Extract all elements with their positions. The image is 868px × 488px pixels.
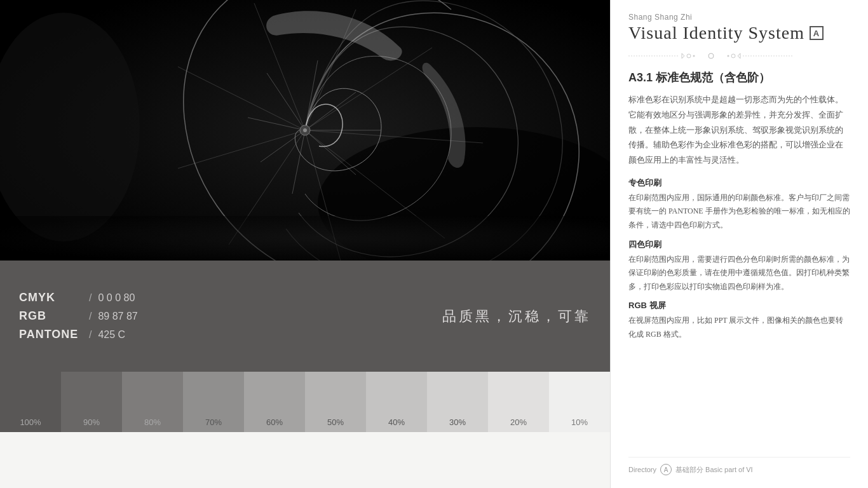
svg-point-28	[728, 55, 729, 57]
color-swatches: 100%90%80%70%60%50%40%30%20%10%	[0, 372, 610, 432]
pantone-row: PANTONE / 425 C	[19, 328, 138, 341]
rgb-separator: /	[89, 311, 92, 322]
nautilus-image	[0, 0, 610, 261]
svg-marker-30	[738, 53, 740, 58]
swatch-20: 20%	[488, 372, 549, 432]
footer-bar: Directory A 基础部分 Basic part of VI	[628, 457, 850, 475]
subsection-2: 四色印刷 在印刷范围内应用，需要进行四色分色印刷时所需的颜色标准，为保证印刷的色…	[628, 239, 850, 301]
subsection-1: 专色印刷 在印刷范围内应用，国际通用的印刷颜色标准。客户与印厂之间需要有统一的 …	[628, 177, 850, 239]
swatch-100: 100%	[0, 372, 61, 432]
brand-title: Visual Identity System A	[628, 23, 850, 43]
svg-marker-24	[682, 53, 684, 58]
intro-text: 标准色彩在识别系统中是超越一切形态而为先的个性载体。它能有效地区分与强调形象的差…	[628, 93, 850, 168]
svg-point-25	[687, 54, 691, 58]
pantone-separator: /	[89, 329, 92, 341]
cmyk-separator: /	[89, 292, 92, 304]
rgb-value: 89 87 87	[98, 311, 137, 322]
svg-point-27	[709, 53, 714, 58]
rgb-label: RGB	[19, 309, 83, 323]
rgb-row: RGB / 89 87 87	[19, 309, 138, 323]
swatch-40: 40%	[366, 372, 427, 432]
swatch-90: 90%	[61, 372, 122, 432]
svg-rect-22	[0, 216, 610, 261]
swatch-80: 80%	[122, 372, 183, 432]
subsection-2-title: 四色印刷	[628, 239, 850, 250]
svg-point-26	[693, 55, 695, 57]
subsection-3-text: 在视屏范围内应用，比如 PPT 展示文件，图像相关的颜色也要转化成 RGB 格式…	[628, 314, 850, 341]
svg-point-21	[303, 128, 307, 132]
color-tagline: 品质黑，沉稳，可靠	[442, 307, 591, 326]
swatch-60: 60%	[244, 372, 305, 432]
subsection-1-text: 在印刷范围内应用，国际通用的印刷颜色标准。客户与印厂之间需要有统一的 PANTO…	[628, 191, 850, 233]
cmyk-label: CMYK	[19, 291, 83, 304]
brand-subtitle: Shang Shang Zhi	[628, 13, 850, 22]
swatch-50: 50%	[305, 372, 366, 432]
pantone-value: 425 C	[98, 329, 125, 341]
subsection-3-title: RGB 视屏	[628, 300, 850, 311]
footer-badge: A	[660, 464, 672, 475]
color-info-bar: CMYK / 0 0 0 80 RGB / 89 87 87 PANTONE /…	[0, 261, 610, 372]
decorative-divider	[628, 51, 850, 61]
footer-text: 基础部分 Basic part of VI	[675, 465, 753, 475]
pantone-label: PANTONE	[19, 328, 83, 341]
svg-point-29	[731, 54, 735, 58]
left-panel: CMYK / 0 0 0 80 RGB / 89 87 87 PANTONE /…	[0, 0, 610, 488]
swatch-10: 10%	[549, 372, 610, 432]
cmyk-row: CMYK / 0 0 0 80	[19, 291, 138, 304]
brand-title-text: Visual Identity System	[628, 23, 804, 43]
footer-directory: Directory	[628, 466, 656, 473]
right-panel: Shang Shang Zhi Visual Identity System A…	[610, 0, 868, 488]
title-badge: A	[810, 26, 824, 40]
subsection-1-title: 专色印刷	[628, 177, 850, 189]
cmyk-value: 0 0 0 80	[98, 292, 135, 304]
section-heading: A3.1 标准色规范（含色阶）	[628, 70, 850, 85]
swatch-70: 70%	[183, 372, 244, 432]
subsection-2-text: 在印刷范围内应用，需要进行四色分色印刷时所需的颜色标准，为保证印刷的色彩质量，请…	[628, 253, 850, 294]
color-labels: CMYK / 0 0 0 80 RGB / 89 87 87 PANTONE /…	[19, 291, 138, 341]
subsection-3: RGB 视屏 在视屏范围内应用，比如 PPT 展示文件，图像相关的颜色也要转化成…	[628, 300, 850, 348]
swatch-30: 30%	[427, 372, 488, 432]
